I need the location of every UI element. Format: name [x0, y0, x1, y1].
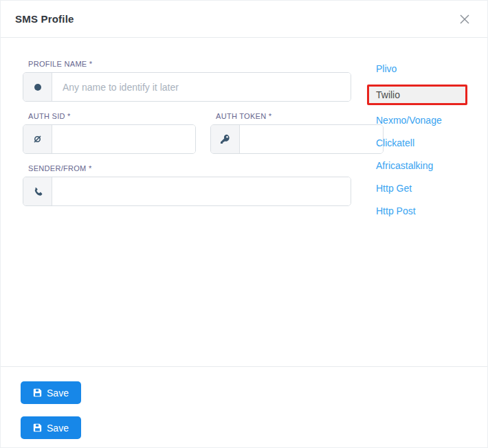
sms-profile-form: PROFILE NAME * AUTH SID * — [23, 60, 351, 216]
auth-sid-input-group — [23, 124, 196, 154]
modal-body: PROFILE NAME * AUTH SID * — [1, 38, 487, 368]
save-button[interactable]: Save — [21, 381, 81, 404]
sender-from-input-group — [23, 177, 351, 206]
profile-name-input[interactable] — [52, 73, 351, 101]
sender-from-field-group: SENDER/FROM * — [23, 164, 351, 206]
save-button-label: Save — [47, 423, 69, 434]
close-button[interactable] — [457, 12, 472, 27]
provider-item-africastalking[interactable]: Africastalking — [367, 159, 467, 172]
save-button-secondary[interactable]: Save — [21, 416, 81, 439]
sender-from-label: SENDER/FROM * — [28, 164, 351, 173]
save-button-label: Save — [47, 388, 69, 399]
sender-from-input[interactable] — [52, 177, 351, 205]
auth-token-input-group — [210, 124, 384, 154]
modal-title: SMS Profile — [15, 13, 74, 25]
modal-header: SMS Profile — [1, 1, 487, 38]
key-icon — [211, 125, 240, 153]
auth-sid-label: AUTH SID * — [28, 112, 196, 121]
circle-icon — [23, 73, 52, 101]
sms-profile-modal: SMS Profile PROFILE NAME * — [0, 0, 488, 448]
save-floppy-icon — [33, 423, 42, 432]
auth-token-field-group: AUTH TOKEN * — [210, 112, 384, 154]
auth-row: AUTH SID * AUTH TOKEN * — [23, 112, 351, 164]
provider-item-http-post[interactable]: Http Post — [367, 204, 467, 218]
phone-icon — [23, 177, 52, 205]
modal-footer: Save Save — [1, 366, 487, 447]
save-floppy-icon — [33, 388, 42, 397]
provider-list: Plivo Twilio Nexmo/Vonage Clickatell Afr… — [367, 62, 467, 227]
auth-token-label: AUTH TOKEN * — [216, 112, 384, 121]
provider-item-twilio-selected[interactable]: Twilio — [367, 85, 467, 105]
close-icon — [458, 13, 471, 25]
profile-name-label: PROFILE NAME * — [28, 60, 351, 69]
auth-token-input[interactable] — [240, 125, 383, 153]
auth-sid-input[interactable] — [52, 125, 195, 153]
provider-item-clickatell[interactable]: Clickatell — [367, 136, 467, 150]
profile-name-input-group — [23, 72, 351, 102]
provider-item-plivo[interactable]: Plivo — [367, 62, 467, 76]
profile-name-field-group: PROFILE NAME * — [23, 60, 351, 102]
provider-item-http-get[interactable]: Http Get — [367, 181, 467, 195]
slashed-circle-icon — [23, 125, 52, 153]
auth-sid-field-group: AUTH SID * — [23, 112, 196, 154]
provider-item-nexmo-vonage[interactable]: Nexmo/Vonage — [367, 113, 467, 127]
